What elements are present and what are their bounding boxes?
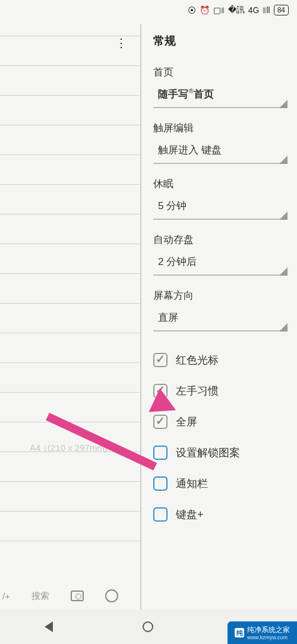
network-type: 4G (248, 5, 260, 15)
checkbox-icon[interactable] (153, 353, 168, 367)
setting-orientation[interactable]: 屏幕方向 直屏 (153, 289, 285, 332)
setting-sleep[interactable]: 休眠 5 分钟 (153, 177, 285, 220)
nfc-icon: ⦿ (188, 5, 196, 15)
checkbox-icon[interactable] (153, 476, 168, 491)
checkbox-icon[interactable] (153, 384, 168, 398)
camera-icon[interactable] (71, 591, 84, 601)
setting-label: 屏幕方向 (153, 289, 285, 302)
paper-size-label: A4 ↓(210 x 297mm) (30, 443, 108, 453)
setting-label: 触屏编辑 (153, 121, 285, 135)
setting-label: 自动存盘 (153, 233, 285, 247)
check-notification-bar[interactable]: 通知栏 (153, 476, 285, 491)
check-fullscreen[interactable]: 全屏 (153, 415, 285, 429)
checkbox-label: 键盘+ (176, 507, 204, 522)
watermark-logo-icon: 纯 (235, 628, 244, 637)
setting-value[interactable]: 2 分钟后 (153, 251, 285, 276)
note-canvas[interactable]: ⋮ A4 ↓(210 x 297mm) /+ 搜索 (0, 20, 140, 610)
checkbox-label: 左手习惯 (176, 384, 219, 398)
setting-touch-edit[interactable]: 触屏编辑 触屏进入 键盘 (153, 121, 285, 164)
settings-title: 常规 (153, 33, 285, 49)
checkbox-icon[interactable] (153, 507, 168, 522)
checkbox-label: 全屏 (176, 415, 197, 429)
check-unlock-pattern[interactable]: 设置解锁图案 (153, 446, 285, 460)
setting-value[interactable]: 触屏进入 键盘 (153, 140, 285, 164)
check-left-hand[interactable]: 左手习惯 (153, 384, 285, 398)
signal-icon: ⫴ll (263, 5, 270, 15)
ruled-lines (0, 36, 140, 610)
new-page-button[interactable]: /+ (2, 591, 10, 601)
alarm-icon: ⏰ (200, 5, 210, 15)
vibrate-icon: ▢⦀ (213, 5, 225, 15)
setting-autosave[interactable]: 自动存盘 2 分钟后 (153, 233, 285, 276)
status-bar: ⦿ ⏰ ▢⦀ �訊 4G ⫴ll 84 (0, 0, 297, 20)
check-red-cursor[interactable]: 红色光标 (153, 353, 285, 367)
back-button[interactable] (45, 621, 53, 632)
settings-panel: 常规 首页 随手写®首页 触屏编辑 触屏进入 键盘 休眠 5 分钟 自动存盘 2… (141, 20, 297, 610)
checkbox-icon[interactable] (153, 415, 168, 429)
setting-value[interactable]: 5 分钟 (153, 195, 285, 220)
checkbox-icon[interactable] (153, 446, 168, 460)
record-icon[interactable] (105, 589, 118, 602)
setting-label: 休眠 (153, 177, 285, 191)
setting-homepage[interactable]: 首页 随手写®首页 (153, 65, 285, 108)
search-button[interactable]: 搜索 (31, 591, 49, 602)
toolbar: /+ 搜索 (0, 589, 140, 602)
checkbox-label: 设置解锁图案 (176, 446, 240, 460)
watermark-title: 纯净系统之家 (247, 626, 290, 634)
check-keyboard-plus[interactable]: 键盘+ (153, 507, 285, 522)
wifi-icon: �訊 (228, 5, 245, 15)
setting-value[interactable]: 直屏 (153, 307, 285, 332)
setting-label: 首页 (153, 65, 285, 79)
checkbox-label: 通知栏 (176, 476, 208, 491)
checkbox-label: 红色光标 (176, 353, 219, 367)
setting-value[interactable]: 随手写®首页 (153, 84, 285, 108)
watermark: 纯 纯净系统之家 www.kzmyw.com (228, 621, 297, 644)
battery-level: 84 (274, 5, 289, 15)
watermark-sub: www.kzmyw.com (247, 634, 290, 640)
home-button[interactable] (143, 621, 153, 632)
